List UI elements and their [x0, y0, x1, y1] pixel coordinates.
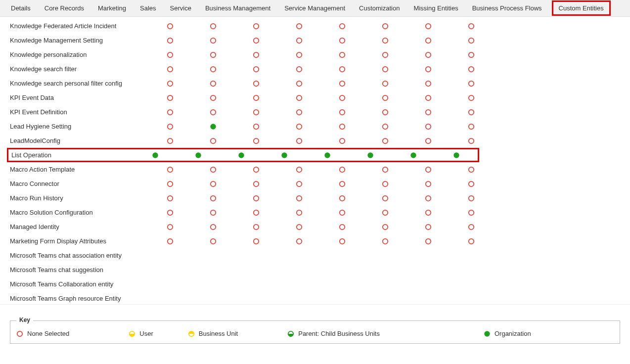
privilege-cell[interactable]	[450, 238, 493, 245]
privilege-cell[interactable]	[191, 123, 234, 130]
privilege-cell[interactable]	[234, 94, 277, 101]
privilege-cell[interactable]	[363, 51, 406, 58]
privilege-cell[interactable]	[450, 23, 493, 30]
privilege-cell[interactable]	[148, 23, 191, 30]
privilege-cell[interactable]	[234, 137, 277, 144]
privilege-cell[interactable]	[450, 80, 493, 87]
privilege-cell[interactable]	[363, 123, 406, 130]
privilege-cell[interactable]	[234, 37, 277, 44]
tab-service-management[interactable]: Service Management	[277, 0, 352, 16]
privilege-cell[interactable]	[406, 66, 450, 73]
privilege-cell[interactable]	[320, 66, 363, 73]
privilege-cell[interactable]	[277, 209, 320, 216]
privilege-cell[interactable]	[148, 166, 191, 173]
privilege-cell[interactable]	[191, 238, 234, 245]
privilege-cell[interactable]	[450, 209, 493, 216]
tab-sales[interactable]: Sales	[133, 0, 163, 16]
privilege-cell[interactable]	[406, 109, 450, 116]
privilege-cell[interactable]	[392, 152, 435, 159]
privilege-cell[interactable]	[148, 66, 191, 73]
privilege-cell[interactable]	[234, 195, 277, 202]
privilege-cell[interactable]	[406, 51, 450, 58]
privilege-cell[interactable]	[306, 152, 349, 159]
privilege-cell[interactable]	[191, 94, 234, 101]
privilege-cell[interactable]	[277, 51, 320, 58]
privilege-cell[interactable]	[234, 23, 277, 30]
tab-custom-entities[interactable]: Custom Entities	[552, 0, 611, 16]
privilege-cell[interactable]	[234, 209, 277, 216]
privilege-cell[interactable]	[450, 37, 493, 44]
privilege-cell[interactable]	[277, 137, 320, 144]
privilege-cell[interactable]	[406, 224, 450, 230]
privilege-cell[interactable]	[363, 166, 406, 173]
privilege-cell[interactable]	[406, 166, 450, 173]
privilege-cell[interactable]	[363, 195, 406, 202]
privilege-cell[interactable]	[191, 23, 234, 30]
privilege-cell[interactable]	[363, 109, 406, 116]
privilege-cell[interactable]	[406, 94, 450, 101]
privilege-cell[interactable]	[191, 80, 234, 87]
privilege-cell[interactable]	[148, 80, 191, 87]
privilege-cell[interactable]	[450, 224, 493, 230]
privilege-cell[interactable]	[191, 224, 234, 230]
privilege-cell[interactable]	[277, 166, 320, 173]
privilege-cell[interactable]	[320, 137, 363, 144]
privilege-cell[interactable]	[277, 23, 320, 30]
privilege-cell[interactable]	[320, 94, 363, 101]
privilege-cell[interactable]	[349, 152, 392, 159]
privilege-cell[interactable]	[148, 51, 191, 58]
privilege-cell[interactable]	[320, 51, 363, 58]
privilege-cell[interactable]	[191, 51, 234, 58]
privilege-cell[interactable]	[320, 109, 363, 116]
privilege-cell[interactable]	[450, 51, 493, 58]
privilege-cell[interactable]	[406, 209, 450, 216]
privilege-cell[interactable]	[363, 94, 406, 101]
privilege-cell[interactable]	[406, 37, 450, 44]
entity-grid-wrapper[interactable]: Knowledge Federated Article IncidentKnow…	[0, 17, 630, 305]
privilege-cell[interactable]	[234, 51, 277, 58]
privilege-cell[interactable]	[191, 181, 234, 187]
privilege-cell[interactable]	[320, 123, 363, 130]
privilege-cell[interactable]	[406, 123, 450, 130]
privilege-cell[interactable]	[148, 195, 191, 202]
privilege-cell[interactable]	[148, 209, 191, 216]
privilege-cell[interactable]	[406, 181, 450, 187]
privilege-cell[interactable]	[277, 94, 320, 101]
tab-marketing[interactable]: Marketing	[91, 0, 133, 16]
privilege-cell[interactable]	[277, 66, 320, 73]
privilege-cell[interactable]	[320, 37, 363, 44]
privilege-cell[interactable]	[320, 238, 363, 245]
privilege-cell[interactable]	[234, 80, 277, 87]
privilege-cell[interactable]	[320, 209, 363, 216]
privilege-cell[interactable]	[277, 181, 320, 187]
privilege-cell[interactable]	[363, 209, 406, 216]
privilege-cell[interactable]	[406, 23, 450, 30]
privilege-cell[interactable]	[234, 238, 277, 245]
privilege-cell[interactable]	[234, 109, 277, 116]
privilege-cell[interactable]	[277, 238, 320, 245]
privilege-cell[interactable]	[277, 37, 320, 44]
privilege-cell[interactable]	[320, 181, 363, 187]
tab-core-records[interactable]: Core Records	[38, 0, 91, 16]
privilege-cell[interactable]	[191, 195, 234, 202]
privilege-cell[interactable]	[450, 181, 493, 187]
privilege-cell[interactable]	[277, 109, 320, 116]
tab-business-management[interactable]: Business Management	[198, 0, 277, 16]
privilege-cell[interactable]	[320, 195, 363, 202]
privilege-cell[interactable]	[320, 80, 363, 87]
privilege-cell[interactable]	[277, 224, 320, 230]
privilege-cell[interactable]	[148, 224, 191, 230]
privilege-cell[interactable]	[450, 166, 493, 173]
privilege-cell[interactable]	[191, 37, 234, 44]
privilege-cell[interactable]	[277, 195, 320, 202]
privilege-cell[interactable]	[191, 137, 234, 144]
privilege-cell[interactable]	[450, 109, 493, 116]
tab-service[interactable]: Service	[163, 0, 198, 16]
privilege-cell[interactable]	[191, 66, 234, 73]
privilege-cell[interactable]	[148, 109, 191, 116]
tab-missing-entities[interactable]: Missing Entities	[406, 0, 465, 16]
privilege-cell[interactable]	[406, 195, 450, 202]
privilege-cell[interactable]	[406, 238, 450, 245]
privilege-cell[interactable]	[450, 137, 493, 144]
privilege-cell[interactable]	[320, 224, 363, 230]
